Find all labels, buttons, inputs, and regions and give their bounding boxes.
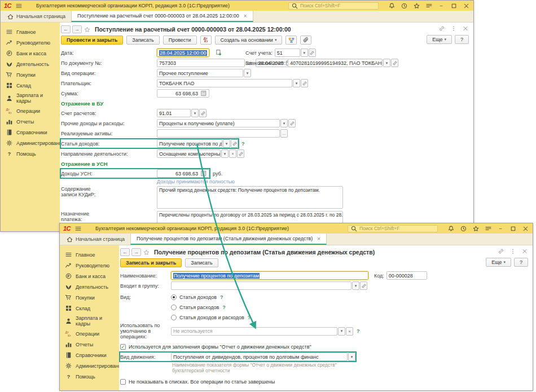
close-window-button[interactable] [462,2,470,10]
main-menu-icon[interactable] [15,2,23,10]
doc-number-input[interactable]: 757303 [157,59,245,67]
create-based-on-button[interactable]: Создать на основании▾ [215,36,283,45]
maximize-button[interactable] [450,2,458,10]
income-item-select[interactable]: Получение процентов по депозитам [157,139,222,148]
attachments-icon[interactable] [300,36,311,45]
open-link-button[interactable] [199,109,207,117]
help-hint-icon[interactable]: ? [220,294,223,300]
dropdown-button[interactable]: ▾ [221,149,229,158]
dropdown-button[interactable]: ▾ [244,69,251,77]
forward-button[interactable]: → [72,25,82,33]
sidebar-item-zarplata-i-kadry[interactable]: Зарплата и кадры [1,91,60,105]
help-hint-icon[interactable]: ? [222,305,226,310]
default-operations-select[interactable]: Не используется [171,327,337,336]
assets-input[interactable] [157,129,280,138]
open-link-button[interactable] [237,149,244,158]
dropdown-button[interactable]: ▾ [348,353,355,361]
other-income-select[interactable]: Проценты к получению (уплате) [157,119,280,127]
sidebar-item-otchety[interactable]: Отчеты [60,339,119,350]
global-search[interactable] [348,225,438,232]
post-button[interactable]: Провести [163,36,197,45]
dropdown-button[interactable]: ▾ [352,281,359,290]
tab-close-icon[interactable]: × [317,236,320,242]
sidebar-item-pomosch[interactable]: ? Помощь [1,148,60,159]
sidebar-item-deyatelnost[interactable]: Деятельность [1,59,60,69]
date-input[interactable]: 28.04.2025 12:00:00 [157,49,209,57]
sidebar-item-otchety[interactable]: Отчеты [1,116,60,127]
favorites-icon[interactable] [472,224,480,232]
sidebar-item-bank-i-kassa[interactable]: Банк и касса [1,48,60,59]
income-accepted-link[interactable]: Доходы принимаются полностью [157,179,235,184]
cashflow-report-checkbox[interactable]: ✓ [120,344,126,350]
dropdown-button[interactable]: ▾ [223,139,230,148]
functions-menu-icon[interactable] [425,2,433,10]
open-link-button[interactable] [288,119,296,127]
minimize-button[interactable]: – [437,2,445,10]
group-select[interactable] [171,281,352,290]
sidebar-item-zarplata-i-kadry[interactable]: Зарплата и кадры [60,314,119,328]
dropdown-button[interactable]: ▾ [293,79,300,87]
sidebar-item-pomosch[interactable]: ? Помощь [60,371,119,382]
open-link-button[interactable] [360,281,367,290]
favorites-icon[interactable] [412,2,420,10]
help-button[interactable]: ? [514,258,528,267]
search-input[interactable] [300,3,368,8]
activity-direction-select[interactable]: Оснащение компьютерных классов (10 регио… [157,149,221,158]
name-input[interactable]: Получение процентов по депозитам [171,271,368,280]
tab-close-icon[interactable]: × [244,13,247,19]
dropdown-button[interactable]: ▾ [338,327,345,336]
search-input[interactable] [359,226,427,231]
related-documents-icon[interactable] [285,36,297,45]
sidebar-item-glavnoe[interactable]: Главное [60,249,119,260]
help-button[interactable]: ? [455,35,469,44]
movement-kind-select[interactable]: Поступления от дивидендов, процентов по … [171,353,348,361]
sidebar-item-pokupki[interactable]: Покупки [60,292,119,303]
sum-input[interactable]: 63 698,63 [157,89,209,98]
sidebar-item-bank-i-kassa[interactable]: Банк и касса [60,271,119,281]
sidebar-item-operatsii[interactable]: ДтКт Операции [1,105,60,116]
sidebar-item-operatsii[interactable]: ДтКт Операции [60,328,119,339]
account-input[interactable]: 51 [275,49,300,57]
radio-expense-item[interactable] [171,305,177,310]
main-menu-icon[interactable] [74,224,82,232]
favorite-star-icon[interactable] [84,26,91,33]
dropdown-button[interactable]: ▾ [383,59,390,67]
history-icon[interactable] [400,2,408,10]
get-link-icon[interactable] [498,248,504,254]
save-button[interactable]: Записать [126,36,159,45]
forward-button[interactable]: → [131,248,141,256]
functions-menu-icon[interactable] [484,224,492,232]
sidebar-item-sklad[interactable]: Склад [60,303,119,314]
sidebar-item-spravochniki[interactable]: Справочники [60,350,119,360]
sidebar-item-sklad[interactable]: Склад [1,80,60,91]
sidebar-item-glavnoe[interactable]: Главное [1,27,60,37]
notifications-icon[interactable] [388,2,396,10]
clear-button[interactable]: × [229,149,236,158]
ellipsis-button[interactable]: ... [280,129,288,138]
usn-income-input[interactable]: 63 698,63 [157,169,209,178]
help-hint-icon[interactable]: ? [357,328,360,334]
history-icon[interactable] [459,224,467,232]
payer-input[interactable]: ТОКБАНК ПАО [157,79,292,87]
maximize-button[interactable] [509,224,517,232]
hide-in-lists-checkbox[interactable] [120,379,126,385]
close-form-icon[interactable] [462,25,469,32]
open-link-button[interactable] [391,59,398,67]
save-button[interactable]: Записать [185,258,218,267]
radio-income-item[interactable] [171,294,177,300]
back-button[interactable]: ← [61,25,71,33]
tab-home[interactable]: Начальная страница [60,234,130,245]
dropdown-button[interactable]: ▾ [280,119,288,127]
notifications-icon[interactable] [447,224,455,232]
operation-select[interactable]: Прочее поступление [157,69,243,77]
sidebar-item-rukovoditelyu[interactable]: Руководителю [1,37,60,48]
sidebar-item-rukovoditelyu[interactable]: Руководителю [60,260,119,271]
tab-receipt-document[interactable]: Поступление на расчетный счет 0000-00000… [71,11,253,22]
calculator-icon[interactable] [200,170,207,177]
more-button[interactable]: Еще▾ [486,258,511,267]
close-window-button[interactable] [521,224,529,232]
radio-income-expense-item[interactable] [171,315,177,320]
open-link-button[interactable] [231,139,238,148]
back-button[interactable]: ← [120,248,130,256]
settlement-account-input[interactable]: 91.01 [157,109,191,117]
